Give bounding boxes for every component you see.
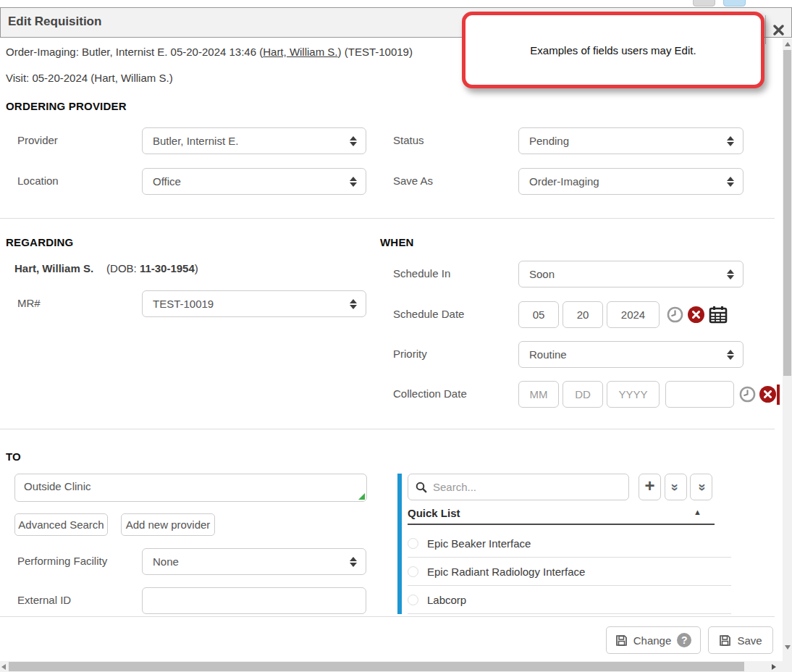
change-label: Change [633, 634, 672, 647]
order-summary-prefix: Order-Imaging: Butler, Internist E. 05-2… [6, 46, 263, 58]
schedule-in-select[interactable]: Soon [518, 261, 743, 287]
priority-select[interactable]: Routine [518, 341, 743, 368]
collection-date-label: Collection Date [393, 387, 467, 400]
section-heading-to: TO [6, 450, 21, 463]
select-caret-icon [350, 177, 357, 187]
collection-date-year-input[interactable] [607, 381, 660, 408]
schedule-date-clear-icon[interactable] [688, 306, 704, 323]
quick-list-item[interactable]: Epic Radiant Radiology Interface [408, 558, 731, 586]
collection-date-day-input[interactable] [563, 381, 603, 408]
search-input[interactable] [433, 481, 621, 493]
select-caret-icon [727, 350, 734, 360]
advanced-search-button[interactable]: Advanced Search [14, 513, 108, 536]
quick-list-underline [408, 524, 715, 525]
external-id-input[interactable] [142, 587, 366, 614]
page-title: Edit Requisition [8, 14, 101, 29]
annotation-callout: Examples of fields users may Edit. [462, 12, 764, 88]
schedule-date-month-input[interactable] [518, 301, 559, 328]
mr-select[interactable]: TEST-10019 [142, 290, 366, 317]
patient-name: Hart, William S. [14, 262, 93, 274]
radio-button[interactable] [408, 566, 418, 577]
cropped-top-button-blue[interactable] [723, 0, 746, 7]
dob-prefix: (DOB: [106, 262, 140, 274]
annotation-text: Examples of fields users may Edit. [530, 44, 696, 56]
section-heading-ordering-provider: ORDERING PROVIDER [6, 100, 127, 112]
provider-value: Butler, Internist E. [153, 135, 344, 147]
collapse-triangle-icon[interactable]: ▲ [694, 508, 702, 516]
schedule-in-label: Schedule In [393, 267, 450, 280]
status-select[interactable]: Pending [518, 127, 743, 154]
select-caret-icon [350, 136, 357, 146]
mr-value: TEST-10019 [153, 298, 344, 310]
add-recipient-button[interactable]: + [639, 474, 661, 500]
add-new-provider-label: Add new provider [126, 518, 211, 531]
horizontal-scrollbar-thumb[interactable] [9, 662, 744, 671]
save-as-value: Order-Imaging [529, 175, 721, 188]
performing-facility-value: None [153, 555, 344, 568]
dob-suffix: ) [195, 262, 198, 274]
change-button[interactable]: Change ? [606, 626, 701, 654]
priority-value: Routine [529, 348, 721, 361]
chevron-double-down-icon: » [667, 483, 683, 491]
divider [0, 616, 775, 617]
quick-list-item[interactable]: Labcorp [408, 586, 731, 614]
cropped-top-button-gray[interactable] [693, 0, 715, 7]
schedule-time-clock-icon[interactable] [667, 306, 683, 323]
schedule-date-label: Schedule Date [393, 308, 464, 320]
select-caret-icon [350, 299, 357, 309]
vertical-scrollbar[interactable] [783, 38, 792, 661]
location-select[interactable]: Office [142, 168, 366, 195]
divider [0, 429, 775, 429]
schedule-date-year-input[interactable] [607, 301, 660, 328]
select-caret-icon [727, 269, 734, 280]
scroll-down-arrow-icon[interactable] [785, 645, 791, 650]
patient-link[interactable]: Hart, William S. [263, 46, 337, 58]
collection-time-clock-icon[interactable] [739, 386, 756, 403]
radio-button[interactable] [408, 538, 418, 549]
clipped-red-icon [777, 385, 780, 405]
schedule-date-day-input[interactable] [563, 301, 603, 328]
location-label: Location [17, 175, 59, 187]
chevron-double-up-icon: « [693, 483, 709, 491]
collection-date-clear-icon[interactable] [759, 386, 776, 403]
mr-label: MR# [17, 297, 41, 309]
status-label: Status [393, 134, 424, 146]
external-id-label: External ID [17, 594, 71, 606]
visit-line: Visit: 05-20-2024 (Hart, William S.) [6, 72, 173, 84]
horizontal-scrollbar[interactable] [0, 661, 792, 672]
quick-list-item-label: Epic Radiant Radiology Interface [427, 566, 585, 578]
order-summary-mrn: TEST-10019 [348, 46, 409, 58]
expand-all-button[interactable]: » [665, 474, 687, 500]
vertical-scrollbar-thumb[interactable] [783, 50, 791, 376]
radio-button[interactable] [408, 595, 418, 605]
add-new-provider-button[interactable]: Add new provider [121, 513, 215, 536]
resize-handle-icon[interactable] [358, 493, 365, 500]
schedule-date-calendar-icon[interactable] [709, 305, 728, 324]
save-label: Save [737, 634, 762, 647]
save-disk-icon [719, 634, 731, 647]
save-button[interactable]: Save [708, 626, 773, 654]
scroll-up-arrow-icon[interactable] [785, 42, 791, 46]
close-icon [773, 25, 784, 35]
provider-select[interactable]: Butler, Internist E. [142, 127, 366, 154]
save-as-label: Save As [393, 175, 433, 187]
collapse-all-button[interactable]: « [690, 474, 712, 500]
order-summary-mid: ) ( [338, 46, 348, 58]
quick-list-title: Quick List [408, 507, 460, 519]
scroll-left-arrow-icon[interactable] [1, 664, 6, 670]
help-icon[interactable]: ? [677, 633, 691, 647]
order-summary-suffix: ) [409, 46, 413, 58]
collection-time-input[interactable] [665, 381, 734, 408]
quick-list-item-label: Epic Beaker Interface [427, 537, 531, 550]
recipient-textarea[interactable]: Outside Clinic [14, 474, 367, 502]
patient-dob-line: Hart, William S.(DOB: 11-30-1954) [14, 262, 198, 274]
performing-facility-select[interactable]: None [142, 548, 366, 575]
directory-search[interactable] [408, 474, 629, 500]
save-as-select[interactable]: Order-Imaging [518, 168, 743, 195]
quick-list-item[interactable]: Epic Beaker Interface [408, 529, 731, 558]
divider [0, 218, 775, 219]
schedule-in-value: Soon [529, 268, 721, 280]
collection-date-month-input[interactable] [518, 381, 559, 408]
priority-label: Priority [393, 348, 427, 360]
scroll-right-arrow-icon[interactable] [772, 664, 776, 670]
